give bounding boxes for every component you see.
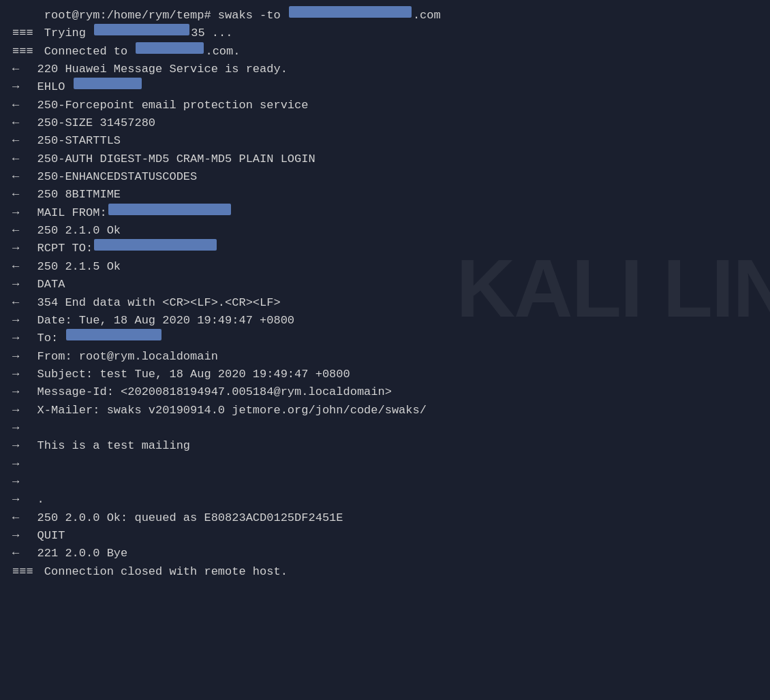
terminal-line: ≡≡≡ Connected to .com. bbox=[12, 43, 758, 61]
arrow-right-prefix: → bbox=[12, 330, 33, 347]
no-prefix bbox=[12, 7, 40, 25]
arrow-right-prefix: → bbox=[12, 527, 33, 545]
arrow-left-prefix: ← bbox=[12, 168, 33, 186]
arrow-right-prefix: → bbox=[12, 348, 33, 366]
line-text: 250 2.1.0 Ok bbox=[37, 222, 121, 240]
line-text: 250 8BITMIME bbox=[37, 186, 121, 204]
terminal-line: → bbox=[12, 473, 758, 491]
line-text: root@rym:/home/rym/temp# swaks -to bbox=[44, 7, 288, 25]
terminal-line: → bbox=[12, 419, 758, 437]
arrow-left-prefix: ← bbox=[12, 294, 33, 312]
terminal-line: ← 250-AUTH DIGEST-MD5 CRAM-MD5 PLAIN LOG… bbox=[12, 150, 758, 168]
terminal-output: root@rym:/home/rym/temp# swaks -to .com≡… bbox=[12, 7, 758, 581]
line-suffix: .com bbox=[413, 7, 441, 25]
redacted-block bbox=[108, 204, 231, 215]
line-text: EHLO bbox=[37, 78, 72, 96]
line-text: RCPT TO: bbox=[37, 240, 93, 257]
line-suffix: .com. bbox=[205, 43, 240, 61]
line-suffix: 35 ... bbox=[191, 25, 232, 42]
terminal-line: → Message-Id: <20200818194947.005184@rym… bbox=[12, 383, 758, 401]
line-text: 250-ENHANCEDSTATUSCODES bbox=[37, 168, 198, 186]
arrow-right-prefix: → bbox=[12, 402, 33, 419]
arrow-right-prefix: → bbox=[12, 419, 33, 437]
line-text: . bbox=[37, 491, 44, 509]
line-text: 221 2.0.0 Bye bbox=[37, 545, 128, 562]
line-text: To: bbox=[37, 330, 65, 347]
terminal-line: ← 250 2.1.0 Ok bbox=[12, 222, 758, 240]
equals-prefix: ≡≡≡ bbox=[12, 25, 40, 42]
arrow-right-prefix: → bbox=[12, 383, 33, 401]
line-text: 220 Huawei Message Service is ready. bbox=[37, 61, 288, 78]
terminal-line: ← 250-SIZE 31457280 bbox=[12, 114, 758, 132]
terminal-line: ← 250-Forcepoint email protection servic… bbox=[12, 97, 758, 114]
redacted-block bbox=[94, 24, 189, 35]
line-text: Message-Id: <20200818194947.005184@rym.l… bbox=[37, 383, 392, 401]
redacted-block bbox=[74, 78, 142, 89]
terminal-line: → To: bbox=[12, 330, 758, 347]
terminal-line: ← 250-STARTTLS bbox=[12, 132, 758, 150]
arrow-left-prefix: ← bbox=[12, 132, 33, 150]
line-text: 250 2.1.5 Ok bbox=[37, 258, 121, 276]
terminal-line: ← 250 2.0.0 Ok: queued as E80823ACD0125D… bbox=[12, 509, 758, 527]
line-text: Trying bbox=[44, 25, 93, 42]
arrow-right-prefix: → bbox=[12, 491, 33, 509]
terminal-line: → bbox=[12, 456, 758, 473]
arrow-right-prefix: → bbox=[12, 456, 33, 473]
arrow-right-prefix: → bbox=[12, 473, 33, 491]
line-text: This is a test mailing bbox=[37, 437, 190, 455]
terminal-line: ← 220 Huawei Message Service is ready. bbox=[12, 61, 758, 78]
terminal-line: ← 250 2.1.5 Ok bbox=[12, 258, 758, 276]
arrow-left-prefix: ← bbox=[12, 114, 33, 132]
equals-prefix: ≡≡≡ bbox=[12, 43, 40, 61]
arrow-right-prefix: → bbox=[12, 78, 33, 96]
arrow-left-prefix: ← bbox=[12, 222, 33, 240]
line-text: 250-AUTH DIGEST-MD5 CRAM-MD5 PLAIN LOGIN bbox=[37, 150, 315, 168]
line-text: DATA bbox=[37, 276, 65, 293]
line-text: Date: Tue, 18 Aug 2020 19:49:47 +0800 bbox=[37, 312, 294, 330]
line-text: MAIL FROM: bbox=[37, 204, 107, 222]
redacted-block bbox=[289, 6, 412, 18]
arrow-left-prefix: ← bbox=[12, 97, 33, 114]
line-text: 250-STARTTLS bbox=[37, 132, 121, 150]
terminal-line: → EHLO bbox=[12, 78, 758, 96]
terminal-line: → . bbox=[12, 491, 758, 509]
terminal-line: → Subject: test Tue, 18 Aug 2020 19:49:4… bbox=[12, 366, 758, 383]
terminal-line: → QUIT bbox=[12, 527, 758, 545]
line-text: Connection closed with remote host. bbox=[44, 563, 288, 581]
line-text: 250-SIZE 31457280 bbox=[37, 114, 155, 132]
line-text: Connected to bbox=[44, 43, 135, 61]
arrow-left-prefix: ← bbox=[12, 61, 33, 78]
redacted-block bbox=[66, 329, 161, 340]
redacted-block bbox=[94, 239, 217, 251]
arrow-left-prefix: ← bbox=[12, 509, 33, 527]
terminal-line: ← 354 End data with <CR><LF>.<CR><LF> bbox=[12, 294, 758, 312]
line-text: 250 2.0.0 Ok: queued as E80823ACD0125DF2… bbox=[37, 509, 343, 527]
arrow-left-prefix: ← bbox=[12, 545, 33, 562]
terminal-line: → X-Mailer: swaks v20190914.0 jetmore.or… bbox=[12, 402, 758, 419]
arrow-right-prefix: → bbox=[12, 312, 33, 330]
line-text: QUIT bbox=[37, 527, 65, 545]
arrow-right-prefix: → bbox=[12, 276, 33, 293]
arrow-right-prefix: → bbox=[12, 366, 33, 383]
line-text: 250-Forcepoint email protection service bbox=[37, 97, 309, 114]
line-text: 354 End data with <CR><LF>.<CR><LF> bbox=[37, 294, 281, 312]
terminal-line: ≡≡≡ Trying 35 ... bbox=[12, 25, 758, 42]
arrow-right-prefix: → bbox=[12, 204, 33, 222]
terminal-line: → From: root@rym.localdomain bbox=[12, 348, 758, 366]
terminal-line: → RCPT TO: bbox=[12, 240, 758, 257]
arrow-right-prefix: → bbox=[12, 437, 33, 455]
terminal-line: → Date: Tue, 18 Aug 2020 19:49:47 +0800 bbox=[12, 312, 758, 330]
terminal-line: → DATA bbox=[12, 276, 758, 293]
terminal-line: root@rym:/home/rym/temp# swaks -to .com bbox=[12, 7, 758, 25]
terminal-line: ≡≡≡ Connection closed with remote host. bbox=[12, 563, 758, 581]
terminal-line: ← 250 8BITMIME bbox=[12, 186, 758, 204]
terminal-line: → This is a test mailing bbox=[12, 437, 758, 455]
arrow-left-prefix: ← bbox=[12, 258, 33, 276]
line-text: From: root@rym.localdomain bbox=[37, 348, 218, 366]
arrow-right-prefix: → bbox=[12, 240, 33, 257]
arrow-left-prefix: ← bbox=[12, 150, 33, 168]
redacted-block bbox=[136, 42, 204, 54]
terminal-line: ← 250-ENHANCEDSTATUSCODES bbox=[12, 168, 758, 186]
line-text: Subject: test Tue, 18 Aug 2020 19:49:47 … bbox=[37, 366, 350, 383]
terminal-line: → MAIL FROM: bbox=[12, 204, 758, 222]
